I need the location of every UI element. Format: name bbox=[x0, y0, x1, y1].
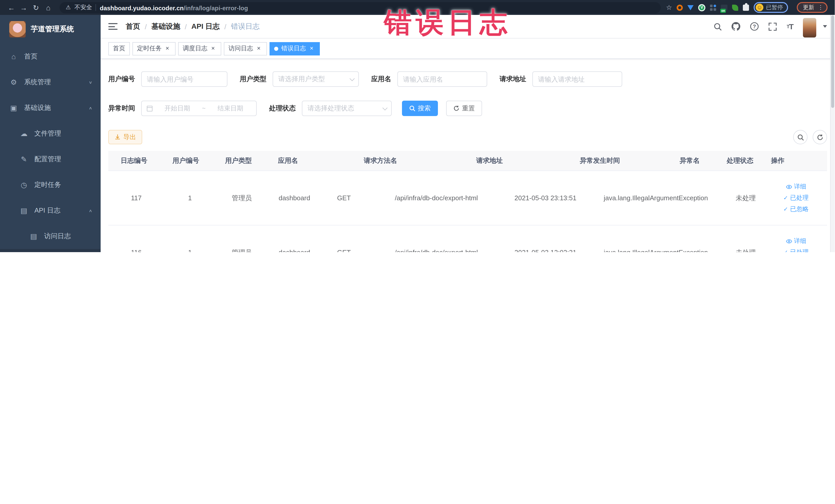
bookmark-star-icon[interactable]: ☆ bbox=[666, 4, 672, 11]
processed-link[interactable]: ✓ 已处理 bbox=[783, 194, 809, 202]
puzzle-extension-icon[interactable] bbox=[743, 4, 749, 11]
sidebar-menu-item[interactable]: ◷ 定时任务 bbox=[0, 172, 101, 198]
cell-user-type: 管理员 bbox=[216, 225, 268, 252]
request-url-label: 请求地址 bbox=[500, 75, 526, 84]
column-header: 用户编号 bbox=[160, 151, 212, 170]
sidebar-menu: ⌂ 首页 ⚙ 系统管理 ∨ ▣ 基础设施 ∧ bbox=[0, 44, 101, 252]
tab-label: 错误日志 bbox=[281, 44, 306, 53]
cell-status: 未处理 bbox=[727, 225, 765, 252]
browser-nav-icon[interactable]: ← bbox=[5, 1, 18, 14]
leaf-icon[interactable] bbox=[732, 4, 738, 11]
avatar[interactable] bbox=[803, 18, 816, 37]
orange-ring-icon[interactable] bbox=[677, 4, 683, 11]
tab[interactable]: 错误日志 × bbox=[269, 42, 320, 55]
user-id-label: 用户编号 bbox=[108, 75, 135, 84]
filter-row-2: 异常时间 开始日期 ~ 结束日期 处理状态 请选择处理状态 bbox=[108, 101, 827, 116]
sidebar-menu-item[interactable]: ▤ 访问日志 bbox=[0, 223, 101, 249]
search-icon[interactable] bbox=[714, 22, 722, 31]
cell-log-id: 117 bbox=[108, 171, 164, 225]
close-icon[interactable]: × bbox=[164, 45, 171, 52]
security-label[interactable]: 不安全 bbox=[75, 4, 92, 11]
ignored-link[interactable]: ✓ 已忽略 bbox=[783, 205, 809, 214]
detail-link[interactable]: 详细 bbox=[786, 237, 806, 245]
breadcrumb-item[interactable]: 首页/ bbox=[126, 22, 151, 31]
sidebar-menu-item[interactable]: ▤ 错误日志 bbox=[0, 249, 101, 252]
reset-button[interactable]: 重置 bbox=[446, 101, 482, 116]
close-icon[interactable]: × bbox=[209, 45, 217, 52]
column-header: 异常名 bbox=[670, 151, 709, 170]
export-button[interactable]: 导出 bbox=[108, 130, 142, 144]
app-layout: 芋道管理系统 ⌂ 首页 ⚙ 系统管理 ∨ bbox=[0, 15, 835, 252]
cell-time: 2021-05-03 12:02:31 bbox=[506, 225, 585, 252]
date-range-picker[interactable]: 开始日期 ~ 结束日期 bbox=[141, 101, 257, 116]
sidebar-menu-item[interactable]: ⚙ 系统管理 ∨ bbox=[0, 69, 101, 95]
fullscreen-icon[interactable] bbox=[769, 22, 777, 31]
scrollbar-thumb[interactable] bbox=[831, 15, 834, 108]
divider bbox=[96, 4, 96, 11]
address-bar[interactable]: ⚠ 不安全 dashboard.yudao.iocoder.cn/infra/l… bbox=[60, 2, 661, 13]
github-icon[interactable] bbox=[732, 22, 740, 31]
annotation-overlay-text: 错误日志 bbox=[384, 4, 511, 42]
search-toggle-icon[interactable] bbox=[793, 130, 808, 144]
app-name-label: 应用名 bbox=[371, 75, 391, 84]
kebab-menu-icon[interactable]: ⋮ bbox=[818, 4, 823, 11]
profile-paused-chip[interactable]: ☺ 已暂停 bbox=[754, 2, 788, 13]
table-row: 116 1 管理员 dashboard GET /api/infra/db-do… bbox=[108, 225, 827, 252]
tab[interactable]: 访问日志 × bbox=[224, 42, 267, 55]
green-check-circle-icon[interactable]: V bbox=[698, 4, 705, 11]
column-header: 操作 bbox=[771, 151, 785, 170]
cell-app-name: dashboard bbox=[268, 171, 321, 225]
cell-actions: 详细 ✓ 已处理 ✓ 已忽略 bbox=[765, 225, 827, 252]
processed-link[interactable]: ✓ 已处理 bbox=[783, 248, 809, 252]
blue-shield-icon[interactable] bbox=[687, 5, 694, 10]
breadcrumb-item: 错误日志/ bbox=[231, 22, 260, 31]
breadcrumb-item[interactable]: API 日志/ bbox=[191, 22, 231, 31]
menu-item-label: 访问日志 bbox=[44, 231, 71, 241]
request-url-input[interactable] bbox=[532, 72, 622, 87]
cell-user-id: 1 bbox=[164, 171, 216, 225]
range-separator: ~ bbox=[202, 105, 206, 112]
app-title: 芋道管理系统 bbox=[31, 25, 74, 34]
menu-item-label: 配置管理 bbox=[34, 155, 61, 164]
tab[interactable]: 首页 × bbox=[108, 42, 130, 55]
cell-log-id: 116 bbox=[108, 225, 164, 252]
apps-grid-icon[interactable] bbox=[710, 4, 716, 11]
tab[interactable]: 定时任务 × bbox=[133, 42, 176, 55]
app-name-input[interactable] bbox=[398, 72, 487, 87]
close-icon[interactable]: × bbox=[255, 45, 262, 52]
main-area: 首页/ 基础设施/ API 日志/ 错误日志/ bbox=[101, 15, 835, 252]
filter-row-1: 用户编号 用户类型 请选择用户类型 应用名 请求地址 bbox=[108, 72, 827, 87]
process-status-select[interactable]: 请选择处理状态 bbox=[302, 101, 392, 116]
user-type-select[interactable]: 请选择用户类型 bbox=[272, 72, 359, 87]
detail-link[interactable]: 详细 bbox=[786, 182, 806, 191]
hamburger-icon[interactable] bbox=[108, 23, 118, 30]
browser-nav-icon[interactable]: ↻ bbox=[30, 1, 42, 14]
sidebar-menu-item[interactable]: ✎ 配置管理 bbox=[0, 146, 101, 172]
tab[interactable]: 调度日志 × bbox=[178, 42, 221, 55]
sidebar-menu-item[interactable]: ▣ 基础设施 ∧ bbox=[0, 95, 101, 121]
cell-user-id: 1 bbox=[164, 225, 216, 252]
search-button[interactable]: 搜索 bbox=[402, 101, 438, 116]
error-log-table: 日志编号 用户编号 用户类型 应用名 请求方法名 请求地址 异常发生时间 bbox=[108, 151, 827, 252]
menu-item-label: 文件管理 bbox=[34, 129, 61, 138]
font-size-icon[interactable]: TT bbox=[787, 22, 793, 31]
refresh-icon[interactable] bbox=[813, 130, 827, 144]
browser-nav-icon[interactable]: ⌂ bbox=[42, 1, 55, 14]
help-icon[interactable]: ? bbox=[750, 22, 759, 31]
chevron-down-icon bbox=[350, 76, 355, 81]
sidebar-menu-item[interactable]: ☁ 文件管理 bbox=[0, 121, 101, 146]
breadcrumb-item[interactable]: 基础设施/ bbox=[151, 22, 191, 31]
browser-update-button[interactable]: 更新 ⋮ bbox=[797, 2, 828, 13]
toggle-on-icon[interactable]: on bbox=[721, 5, 728, 10]
scrollbar[interactable] bbox=[830, 15, 835, 252]
chevron-down-icon[interactable] bbox=[823, 25, 827, 28]
user-id-input[interactable] bbox=[141, 72, 227, 87]
column-header: 处理状态 bbox=[709, 151, 771, 170]
sidebar-menu-item[interactable]: ▤ API 日志 ∧ bbox=[0, 198, 101, 223]
sidebar-menu-item[interactable]: ⌂ 首页 bbox=[0, 44, 101, 69]
sidebar-logo[interactable]: 芋道管理系统 bbox=[0, 15, 101, 44]
browser-nav-icon[interactable]: → bbox=[18, 1, 30, 14]
breadcrumb: 首页/ 基础设施/ API 日志/ 错误日志/ bbox=[126, 22, 260, 31]
check-icon: ✓ bbox=[783, 206, 788, 213]
close-icon[interactable]: × bbox=[308, 45, 315, 52]
